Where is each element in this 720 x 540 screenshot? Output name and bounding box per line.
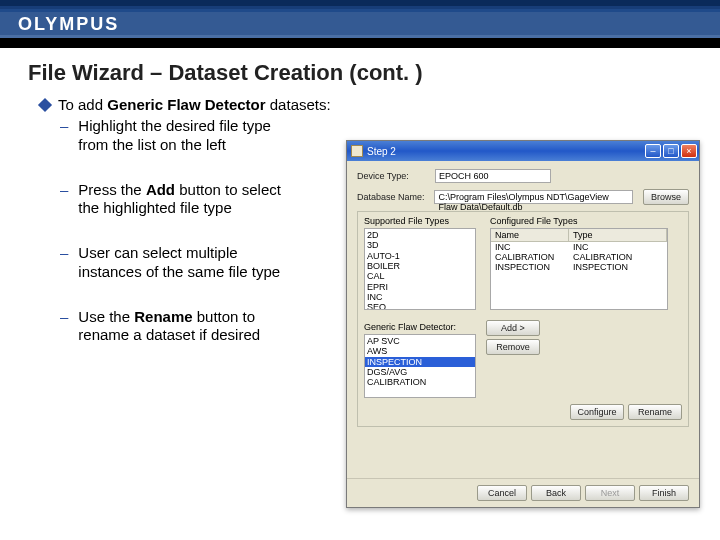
intro-bold: Generic Flaw Detector <box>107 96 265 113</box>
cell-type: INC <box>569 242 667 252</box>
window-icon <box>351 145 363 157</box>
table-row[interactable]: CALIBRATIONCALIBRATION <box>491 252 667 262</box>
configure-button[interactable]: Configure <box>570 404 624 420</box>
window-title: Step 2 <box>367 146 645 157</box>
sub-bullet-list: –Highlight the desired file type from th… <box>60 117 300 345</box>
list-item[interactable]: AP SVC <box>367 336 473 346</box>
rename-button[interactable]: Rename <box>628 404 682 420</box>
table-header: Name Type <box>491 229 667 242</box>
window-buttons: – □ × <box>645 144 697 158</box>
list-item[interactable]: INSPECTION <box>365 357 475 367</box>
brand-banner: OLYMPUS <box>0 0 720 48</box>
list-item[interactable]: 3D <box>367 240 473 250</box>
th-name: Name <box>491 229 569 241</box>
list-item[interactable]: CALIBRATION <box>367 377 473 387</box>
cell-type: INSPECTION <box>569 262 667 272</box>
sub-bullet-text: User can select multiple instances of th… <box>78 244 300 282</box>
list-item[interactable]: INC <box>367 292 473 302</box>
device-type-field[interactable]: EPOCH 600 <box>435 169 551 183</box>
back-button[interactable]: Back <box>531 485 581 501</box>
bullet-level1: To add Generic Flaw Detector datasets: <box>40 96 720 113</box>
sub-bullet: –Press the Add button to select the high… <box>60 181 300 219</box>
list-item[interactable]: AUTO-1 <box>367 251 473 261</box>
configure-rename-buttons: Configure Rename <box>364 404 682 420</box>
configured-column: Configured File Types Name Type INCINCCA… <box>490 216 668 310</box>
titlebar[interactable]: Step 2 – □ × <box>347 141 699 161</box>
file-types-panel: Supported File Types 2D3DAUTO-1BOILERCAL… <box>357 211 689 427</box>
cell-type: CALIBRATION <box>569 252 667 262</box>
list-item[interactable]: AWS <box>367 346 473 356</box>
diamond-bullet-icon <box>38 98 52 112</box>
cell-name: CALIBRATION <box>491 252 569 262</box>
sub-bullet-text: Use the Rename button to rename a datase… <box>78 308 300 346</box>
th-type: Type <box>569 229 667 241</box>
panel-columns: Supported File Types 2D3DAUTO-1BOILERCAL… <box>364 216 682 310</box>
configured-file-types-table[interactable]: Name Type INCINCCALIBRATIONCALIBRATIONIN… <box>490 228 668 310</box>
browse-button[interactable]: Browse <box>643 189 689 205</box>
close-button[interactable]: × <box>681 144 697 158</box>
cell-name: INSPECTION <box>491 262 569 272</box>
add-button[interactable]: Add > <box>486 320 540 336</box>
remove-button[interactable]: Remove <box>486 339 540 355</box>
list-item[interactable]: BOILER <box>367 261 473 271</box>
device-type-row: Device Type: EPOCH 600 <box>357 169 689 183</box>
finish-button[interactable]: Finish <box>639 485 689 501</box>
slide-title: File Wizard – Dataset Creation (cont. ) <box>28 60 720 86</box>
list-item[interactable]: DGS/AVG <box>367 367 473 377</box>
configured-label: Configured File Types <box>490 216 668 226</box>
cancel-button[interactable]: Cancel <box>477 485 527 501</box>
database-name-row: Database Name: C:\Program Files\Olympus … <box>357 189 689 205</box>
sub-bullet: –User can select multiple instances of t… <box>60 244 300 282</box>
sub-bullet-text: Press the Add button to select the highl… <box>78 181 300 219</box>
dash-icon: – <box>60 244 68 282</box>
table-row[interactable]: INSPECTIONINSPECTION <box>491 262 667 272</box>
dash-icon: – <box>60 117 68 155</box>
list-item[interactable]: 2D <box>367 230 473 240</box>
bullet1-text: To add Generic Flaw Detector datasets: <box>58 96 331 113</box>
sub-bullet: –Use the Rename button to rename a datas… <box>60 308 300 346</box>
wizard-footer: Cancel Back Next Finish <box>347 478 699 507</box>
table-row[interactable]: INCINC <box>491 242 667 252</box>
intro-suffix: datasets: <box>266 96 331 113</box>
dash-icon: – <box>60 181 68 219</box>
dash-icon: – <box>60 308 68 346</box>
add-remove-buttons: Add > Remove <box>486 320 540 355</box>
brand-logo: OLYMPUS <box>18 14 119 35</box>
maximize-button[interactable]: □ <box>663 144 679 158</box>
device-type-label: Device Type: <box>357 171 429 181</box>
wizard-dialog: Step 2 – □ × Device Type: EPOCH 600 Data… <box>346 140 700 508</box>
generic-flaw-detector-list[interactable]: AP SVCAWSINSPECTIONDGS/AVGCALIBRATION <box>364 334 476 398</box>
supported-file-types-list[interactable]: 2D3DAUTO-1BOILERCALEPRIINCSEQSEQ+CPT2D+C… <box>364 228 476 310</box>
cell-name: INC <box>491 242 569 252</box>
supported-label: Supported File Types <box>364 216 476 226</box>
next-button[interactable]: Next <box>585 485 635 501</box>
table-body: INCINCCALIBRATIONCALIBRATIONINSPECTIONIN… <box>491 242 667 272</box>
list-item[interactable]: SEQ <box>367 302 473 310</box>
list-item[interactable]: CAL <box>367 271 473 281</box>
minimize-button[interactable]: – <box>645 144 661 158</box>
database-name-field[interactable]: C:\Program Files\Olympus NDT\GageView Fl… <box>434 190 633 204</box>
intro-prefix: To add <box>58 96 107 113</box>
list-item[interactable]: EPRI <box>367 282 473 292</box>
supported-column: Supported File Types 2D3DAUTO-1BOILERCAL… <box>364 216 476 310</box>
dialog-body: Device Type: EPOCH 600 Database Name: C:… <box>347 161 699 435</box>
database-name-label: Database Name: <box>357 192 428 202</box>
sub-bullet-text: Highlight the desired file type from the… <box>78 117 300 155</box>
sub-bullet: –Highlight the desired file type from th… <box>60 117 300 155</box>
